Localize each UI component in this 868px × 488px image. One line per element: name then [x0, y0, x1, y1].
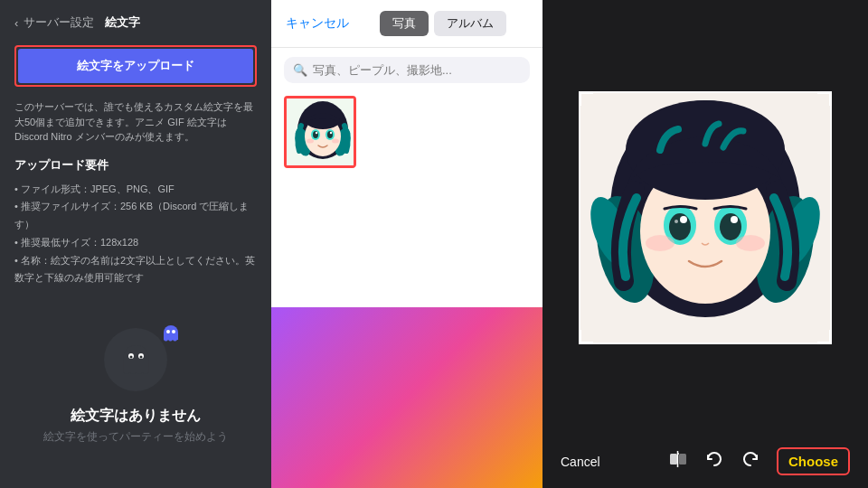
photo-picker-panel: キャンセル 写真 アルバム 🔍	[271, 0, 542, 488]
gradient-background	[271, 307, 542, 488]
emoji-ghost-illustration	[90, 324, 181, 396]
photos-grid	[271, 92, 542, 172]
breadcrumb-back[interactable]: サーバー設定	[24, 14, 94, 31]
svg-point-9	[172, 330, 175, 333]
empty-state: 絵文字はありません 絵文字を使ってパーティーを始めよう	[14, 305, 257, 445]
chevron-left-icon: ‹	[14, 16, 18, 30]
req-file-format: ファイル形式：JPEG、PNG、GIF	[14, 181, 257, 199]
crop-image-container	[579, 91, 832, 344]
tab-group: 写真 アルバム	[358, 11, 528, 36]
empty-subtitle: 絵文字を使ってパーティーを始めよう	[43, 429, 228, 445]
crop-panel: Cancel Choose	[542, 0, 868, 488]
search-input[interactable]	[313, 63, 521, 77]
rotate-left-button[interactable]	[704, 449, 724, 474]
empty-title: 絵文字はありません	[71, 407, 201, 426]
svg-point-23	[332, 139, 339, 144]
svg-point-19	[327, 131, 333, 138]
photo-header: キャンセル 写真 アルバム	[271, 0, 542, 48]
choose-btn-wrapper: Choose	[777, 447, 850, 475]
flip-icon-button[interactable]	[668, 449, 688, 474]
crop-corner-tl	[579, 91, 593, 106]
svg-point-22	[307, 139, 314, 144]
svg-point-5	[139, 355, 142, 358]
svg-point-4	[129, 355, 132, 358]
tab-album-button[interactable]: アルバム	[434, 11, 506, 36]
crop-area	[542, 0, 868, 435]
crop-corner-bl	[579, 330, 593, 344]
rotate-right-button[interactable]	[741, 449, 760, 474]
req-name: 名称：絵文字の名前は2文字以上としてください。英数字と下線のみ使用可能です	[14, 252, 257, 288]
requirements-title: アップロード要件	[14, 157, 257, 174]
breadcrumb: ‹ サーバー設定 絵文字	[14, 14, 257, 31]
crop-frame	[579, 91, 832, 344]
search-bar[interactable]: 🔍	[284, 57, 530, 83]
svg-point-20	[316, 132, 317, 134]
req-file-size: 推奨ファイルサイズ：256 KB（Discord で圧縮します）	[14, 198, 257, 234]
upload-emoji-button[interactable]: 絵文字をアップロード	[18, 49, 253, 83]
tab-photos-button[interactable]: 写真	[380, 11, 429, 36]
upload-btn-wrapper: 絵文字をアップロード	[14, 45, 257, 87]
cancel-photo-button[interactable]: キャンセル	[286, 15, 349, 32]
svg-point-8	[166, 330, 170, 333]
discord-panel: ‹ サーバー設定 絵文字 絵文字をアップロード このサーバーでは、誰でも使えるカ…	[0, 0, 271, 488]
breadcrumb-current: 絵文字	[105, 14, 140, 31]
mini-ghost	[161, 324, 181, 348]
crop-cancel-button[interactable]: Cancel	[561, 455, 600, 469]
photo-thumb-selected[interactable]	[284, 96, 356, 168]
crop-corner-tr	[817, 91, 832, 106]
svg-rect-1	[123, 358, 148, 372]
svg-point-18	[313, 131, 318, 138]
svg-rect-42	[679, 454, 686, 465]
requirements-list: ファイル形式：JPEG、PNG、GIF 推奨ファイルサイズ：256 KB（Dis…	[14, 181, 257, 288]
ghost-main	[104, 328, 167, 391]
req-min-size: 推奨最低サイズ：128x128	[14, 234, 257, 252]
svg-rect-7	[164, 333, 178, 340]
emoji-description: このサーバーでは、誰でも使えるカスタム絵文字を最大50個まで追加できます。アニメ…	[14, 99, 257, 145]
choose-button[interactable]: Choose	[779, 450, 847, 473]
svg-point-21	[330, 132, 332, 134]
crop-corner-br	[817, 330, 832, 344]
crop-toolbar: Cancel Choose	[542, 435, 868, 488]
search-icon: 🔍	[293, 63, 307, 77]
svg-rect-41	[670, 454, 677, 465]
